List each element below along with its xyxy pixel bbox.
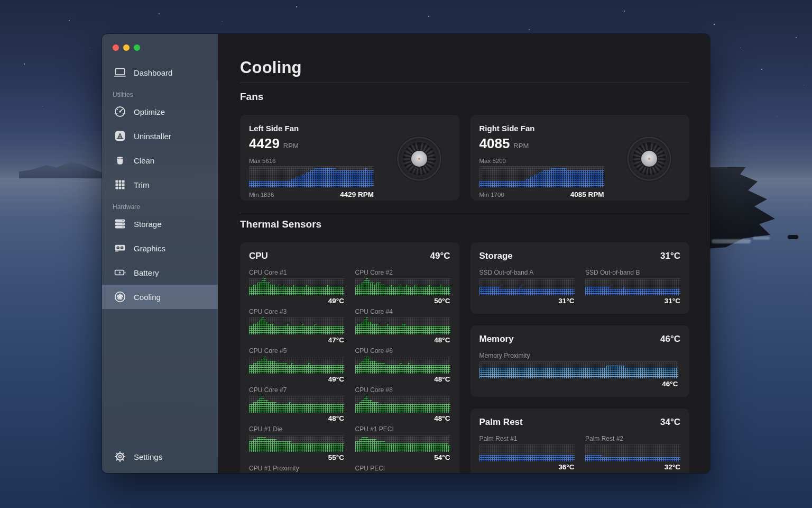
card-temp: 34°C <box>660 417 680 428</box>
fans-section-header: Fans <box>240 91 689 103</box>
sensor-history-chart <box>479 444 575 461</box>
memory-sensor-card: Memory 46°C Memory Proximity46°C <box>470 325 690 397</box>
main-content: Cooling Fans Left Side Fan 4429 RPM Max … <box>218 34 710 473</box>
sidebar-item-label: Graphics <box>134 244 165 253</box>
card-temp: 49°C <box>430 251 450 261</box>
fan-card-left: Left Side Fan 4429 RPM Max 5616 Min 1836… <box>240 115 459 201</box>
fan-min-label: Min 1700 <box>479 192 504 198</box>
fan-rpm-value: 4429 <box>249 135 280 152</box>
fan-card-right: Right Side Fan 4085 RPM Max 5200 Min 170… <box>470 115 690 201</box>
sidebar-footer: Settings <box>102 444 218 469</box>
sensor-tile: SSD Out-of-band B31°C <box>585 269 680 305</box>
sensor-label: CPU #1 PECI <box>355 425 450 433</box>
fan-min-label: Min 1836 <box>249 192 274 198</box>
sidebar-item-cooling[interactable]: Cooling <box>102 285 218 309</box>
sensor-history-chart <box>355 396 450 413</box>
sidebar-item-label: Battery <box>134 268 159 277</box>
fan-rpm-unit: RPM <box>513 142 529 150</box>
divider <box>240 213 689 213</box>
minimize-button[interactable] <box>123 44 130 51</box>
sensor-label: CPU Core #2 <box>355 269 450 276</box>
fan-cards-row: Left Side Fan 4429 RPM Max 5616 Min 1836… <box>240 115 689 201</box>
sensor-tile: SSD Out-of-band A31°C <box>479 269 575 305</box>
card-title: Storage <box>479 251 513 261</box>
fan-rpm-unit: RPM <box>283 142 299 150</box>
sensor-tile: Palm Rest #232°C <box>585 435 680 471</box>
sensor-label: CPU Core #6 <box>355 347 450 355</box>
close-button[interactable] <box>113 44 119 51</box>
sensor-tile: Palm Rest #136°C <box>479 435 575 471</box>
sensor-label: CPU Core #8 <box>355 386 450 394</box>
sidebar-item-trim[interactable]: Trim <box>102 173 218 197</box>
sidebar-item-label: Settings <box>134 452 162 461</box>
fan-blades <box>403 142 436 175</box>
bucket-icon <box>113 154 127 167</box>
fan-blades <box>633 142 666 175</box>
sea-foam <box>753 237 770 240</box>
sidebar-item-graphics[interactable]: Graphics <box>102 236 218 260</box>
traffic-lights <box>102 34 218 53</box>
sensor-temp: 32°C <box>585 463 680 471</box>
fan-hub <box>641 151 657 167</box>
sensor-tile: CPU Core #549°C <box>249 347 344 384</box>
server-icon <box>113 217 127 230</box>
sensor-tile: CPU Core #448°C <box>355 308 450 344</box>
sensor-grid: Palm Rest #136°CPalm Rest #232°C <box>479 435 681 471</box>
sidebar-section-utilities: Utilities <box>113 91 218 98</box>
card-temp: 46°C <box>660 334 680 344</box>
sensor-grid: Memory Proximity46°C <box>479 352 681 388</box>
sidebar-item-settings[interactable]: Settings <box>102 444 218 469</box>
sensor-history-chart <box>479 361 678 378</box>
cpu-sensor-card: CPU 49°C CPU Core #149°CCPU Core #250°CC… <box>240 242 459 473</box>
sidebar-item-label: Optimize <box>134 107 165 116</box>
sensor-label: CPU Core #1 <box>249 269 344 276</box>
sensor-label: Memory Proximity <box>479 352 678 359</box>
fan-rpm-value: 4085 <box>479 135 510 152</box>
gauge-icon <box>113 105 127 118</box>
sensor-history-chart <box>249 435 344 452</box>
fan-icon <box>113 291 127 303</box>
fan-max-label: Max 5200 <box>479 158 604 164</box>
fan-name: Right Side Fan <box>479 124 604 133</box>
page-title: Cooling <box>240 58 689 77</box>
sidebar-item-battery[interactable]: Battery <box>102 260 218 285</box>
sensor-temp: 48°C <box>249 414 344 423</box>
sensor-temp: 54°C <box>355 453 450 462</box>
sensor-temp: 31°C <box>585 297 680 305</box>
zoom-button[interactable] <box>134 44 140 51</box>
sidebar-item-uninstaller[interactable]: Uninstaller <box>102 124 218 148</box>
sensor-temp: 36°C <box>479 463 575 471</box>
sensor-label: CPU Core #4 <box>355 308 450 315</box>
sensor-label: CPU Core #5 <box>249 347 344 355</box>
sensor-label: SSD Out-of-band B <box>585 269 680 276</box>
sidebar-item-label: Clean <box>134 156 154 165</box>
sensor-label: CPU #1 Die <box>249 425 344 433</box>
fan-current-label: 4085 RPM <box>570 190 604 198</box>
sidebar-item-label: Dashboard <box>134 68 172 77</box>
sensor-temp: 49°C <box>249 375 344 384</box>
sensor-temp: 46°C <box>479 380 678 388</box>
fan-hub <box>411 151 427 167</box>
sensor-temp: 47°C <box>249 336 344 344</box>
sensor-tile: CPU Core #848°C <box>355 386 450 423</box>
stars-dim <box>0 0 1 1</box>
fan-graphic <box>397 137 441 181</box>
sensor-history-chart <box>585 444 680 461</box>
sensor-history-chart <box>585 278 680 295</box>
sensor-temp: 50°C <box>355 297 450 305</box>
sensor-tile: CPU #1 Die55°C <box>249 425 344 462</box>
fan-current-label: 4429 RPM <box>340 190 374 198</box>
sidebar-nav: Dashboard Utilities Optimize <box>102 60 218 309</box>
sidebar-section-hardware: Hardware <box>113 203 218 211</box>
sensor-temp: 48°C <box>355 414 450 423</box>
grid-icon <box>113 178 127 191</box>
sidebar-item-dashboard[interactable]: Dashboard <box>102 60 218 85</box>
appstore-icon <box>113 130 127 142</box>
sensor-label: CPU PECI <box>355 465 450 472</box>
sidebar-item-clean[interactable]: Clean <box>102 148 218 173</box>
sensor-tile: Memory Proximity46°C <box>479 352 678 388</box>
sidebar-item-optimize[interactable]: Optimize <box>102 99 218 124</box>
sensor-label: CPU Core #7 <box>249 386 344 394</box>
sidebar-item-storage[interactable]: Storage <box>102 212 218 236</box>
sensor-history-chart <box>355 318 450 334</box>
